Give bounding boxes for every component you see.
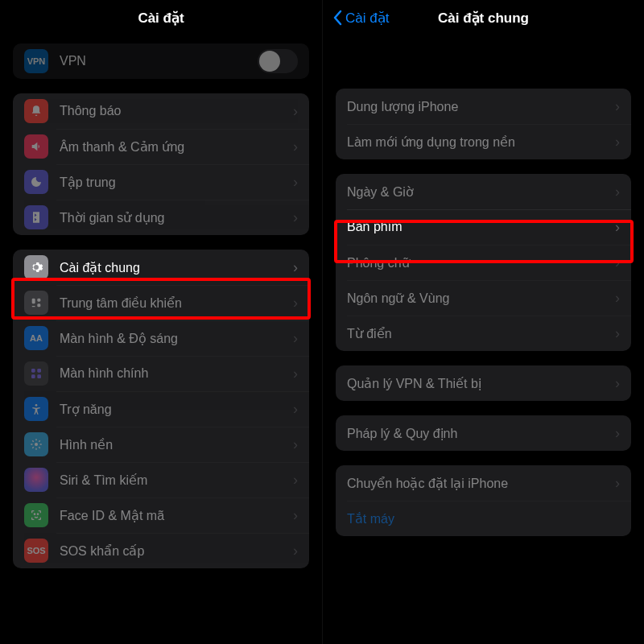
chevron-right-icon: ›: [293, 402, 298, 416]
row-label: Dung lượng iPhone: [347, 99, 609, 114]
group-vpn-device: Quản lý VPN & Thiết bị›: [336, 365, 631, 401]
row-label: VPN: [60, 54, 258, 68]
row-label: Chuyển hoặc đặt lại iPhone: [347, 476, 609, 491]
row-language-region[interactable]: Ngôn ngữ & Vùng›: [336, 280, 631, 316]
siri-search-icon: [24, 468, 48, 492]
row-wallpaper[interactable]: Hình nền›: [13, 427, 309, 462]
group-notifications: Thông báo›Âm thanh & Cảm ứng›Tập trung›T…: [13, 93, 309, 235]
home-screen-icon: [24, 361, 48, 386]
chevron-right-icon: ›: [293, 543, 298, 558]
row-label: Cài đặt chung: [60, 260, 287, 275]
row-focus[interactable]: Tập trung›: [13, 164, 309, 200]
svg-rect-6: [31, 374, 35, 378]
row-label: Màn hình & Độ sáng: [60, 331, 287, 346]
chevron-right-icon: ›: [293, 295, 298, 310]
row-screen-time[interactable]: Thời gian sử dụng›: [13, 200, 309, 235]
row-accessibility[interactable]: Trợ năng›: [13, 391, 309, 427]
vpn-icon: VPN: [24, 49, 48, 73]
row-label: Pháp lý & Quy định: [347, 426, 609, 441]
chevron-right-icon: ›: [615, 426, 620, 440]
chevron-right-icon: ›: [293, 104, 298, 118]
svg-point-10: [34, 514, 35, 514]
svg-rect-3: [37, 303, 40, 307]
row-vpn-device-mgmt[interactable]: Quản lý VPN & Thiết bị›: [336, 365, 631, 401]
row-label: Thời gian sử dụng: [60, 210, 287, 225]
navbar-title: Cài đặt: [138, 10, 184, 27]
chevron-right-icon: ›: [293, 473, 298, 487]
accessibility-icon: [24, 397, 48, 421]
row-legal-regulatory[interactable]: Pháp lý & Quy định›: [336, 415, 631, 451]
row-label: Tắt máy: [347, 511, 620, 526]
row-face-id[interactable]: Face ID & Mật mã›: [13, 497, 309, 533]
row-control-center[interactable]: Trung tâm điều khiển›: [13, 285, 309, 320]
general-icon: [24, 255, 48, 279]
navbar: Cài đặt: [0, 0, 322, 35]
focus-icon: [24, 170, 48, 194]
row-home-screen[interactable]: Màn hình chính›: [13, 356, 309, 391]
svg-rect-5: [37, 369, 41, 373]
wallpaper-icon: [24, 432, 48, 456]
chevron-right-icon: ›: [615, 184, 620, 199]
row-notifications[interactable]: Thông báo›: [13, 93, 309, 129]
chevron-right-icon: ›: [293, 366, 298, 381]
group-reset: Chuyển hoặc đặt lại iPhone›Tắt máy: [336, 465, 631, 536]
chevron-right-icon: ›: [615, 291, 620, 305]
chevron-right-icon: ›: [615, 99, 620, 114]
row-label: Thông báo: [60, 104, 287, 118]
chevron-right-icon: ›: [293, 175, 298, 189]
back-button[interactable]: Cài đặt: [332, 10, 389, 27]
row-sound-haptics[interactable]: Âm thanh & Cảm ứng›: [13, 129, 309, 164]
group-general: Cài đặt chung›Trung tâm điều khiển›AAMàn…: [13, 250, 309, 568]
row-label: Ngôn ngữ & Vùng: [347, 291, 609, 306]
chevron-right-icon: ›: [293, 331, 298, 345]
settings-pane: Cài đặt VPN VPN Thông báo›Âm thanh & Cảm…: [0, 0, 322, 644]
svg-point-11: [37, 514, 38, 514]
row-vpn[interactable]: VPN VPN: [13, 43, 309, 79]
navbar: Cài đặt Cài đặt chung: [323, 0, 644, 35]
row-label: Bàn phím: [347, 220, 609, 234]
svg-rect-1: [37, 299, 40, 302]
svg-rect-2: [32, 306, 35, 307]
face-id-icon: [24, 503, 48, 527]
notifications-icon: [24, 99, 48, 123]
row-label: Tập trung: [60, 175, 287, 190]
group-vpn: VPN VPN: [13, 43, 309, 79]
svg-rect-7: [37, 374, 41, 378]
row-label: Hình nền: [60, 437, 287, 452]
chevron-right-icon: ›: [615, 326, 620, 341]
row-label: Làm mới ứng dụng trong nền: [347, 134, 609, 150]
row-keyboard[interactable]: Bàn phím›: [336, 209, 631, 245]
row-general[interactable]: Cài đặt chung›: [13, 250, 309, 285]
chevron-right-icon: ›: [615, 255, 620, 270]
row-transfer-reset[interactable]: Chuyển hoặc đặt lại iPhone›: [336, 465, 631, 501]
group-locale: Ngày & Giờ›Bàn phím›Phông chữ›Ngôn ngữ &…: [336, 174, 631, 351]
row-label: Màn hình chính: [60, 366, 287, 381]
row-display-brightness[interactable]: AAMàn hình & Độ sáng›: [13, 320, 309, 356]
row-date-time[interactable]: Ngày & Giờ›: [336, 174, 631, 209]
row-label: SOS khẩn cấp: [60, 543, 287, 559]
svg-rect-0: [32, 299, 35, 304]
group-storage: Dung lượng iPhone›Làm mới ứng dụng trong…: [336, 89, 631, 159]
row-label: Siri & Tìm kiếm: [60, 473, 287, 488]
row-siri-search[interactable]: Siri & Tìm kiếm›: [13, 462, 309, 497]
row-fonts[interactable]: Phông chữ›: [336, 245, 631, 280]
general-pane: Cài đặt Cài đặt chung Dung lượng iPhone›…: [322, 0, 644, 644]
chevron-left-icon: [332, 10, 342, 26]
row-label: Âm thanh & Cảm ứng: [60, 139, 287, 155]
row-label: Phông chữ: [347, 255, 609, 270]
svg-rect-4: [31, 369, 35, 373]
chevron-right-icon: ›: [615, 476, 620, 490]
svg-point-9: [35, 443, 38, 446]
screen-time-icon: [24, 205, 48, 229]
row-background-app-refresh[interactable]: Làm mới ứng dụng trong nền›: [336, 124, 631, 159]
row-dictionary[interactable]: Từ điển›: [336, 316, 631, 351]
vpn-toggle[interactable]: [258, 49, 298, 73]
spacer: [323, 35, 644, 74]
emergency-sos-icon: SOS: [24, 539, 48, 563]
back-label: Cài đặt: [345, 10, 389, 27]
row-iphone-storage[interactable]: Dung lượng iPhone›: [336, 89, 631, 124]
row-shutdown[interactable]: Tắt máy: [336, 501, 631, 536]
row-emergency-sos[interactable]: SOSSOS khẩn cấp›: [13, 533, 309, 568]
navbar-title: Cài đặt chung: [438, 10, 529, 27]
chevron-right-icon: ›: [615, 376, 620, 390]
